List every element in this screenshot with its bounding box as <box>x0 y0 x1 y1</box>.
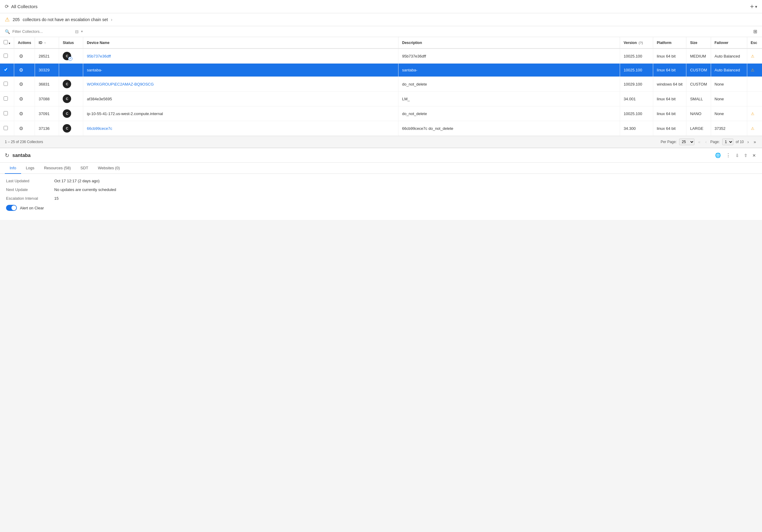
row-device-name[interactable]: WORKGROUP\EC2AMAZ-BQ9OSCG <box>83 77 399 92</box>
more-options-button[interactable]: ⋮ <box>724 151 732 159</box>
row-device-name: af384e3e5695 <box>83 92 399 106</box>
row-device-name: ip-10-55-41-172.us-west-2.compute.intern… <box>83 106 399 121</box>
row-gear-button[interactable]: ⚙ <box>18 81 25 88</box>
search-input[interactable] <box>12 29 73 34</box>
row-description: santaba- <box>398 64 620 77</box>
last-page-button[interactable]: » <box>752 139 757 145</box>
row-platform: linux 64 bit <box>653 64 686 77</box>
filter-bar: 🔍 ⊟ ▾ ⊞ <box>0 26 762 37</box>
first-page-button[interactable]: « <box>697 139 702 145</box>
row-size: LARGE <box>686 121 711 136</box>
grid-view-icon[interactable]: ⊞ <box>753 29 757 34</box>
row-device-name[interactable]: santaba- <box>83 64 399 77</box>
per-page-label: Per Page: <box>661 140 677 144</box>
esc-warning-icon: ⚠ <box>751 68 754 72</box>
tab-info[interactable]: Info <box>5 163 21 174</box>
row-gear-button[interactable]: ⚙ <box>18 53 25 60</box>
per-page-select[interactable]: 25 50 100 <box>679 139 695 145</box>
row-status <box>59 64 83 77</box>
back-button[interactable]: ↺ <box>5 152 9 159</box>
row-version: 34.001 <box>620 92 653 106</box>
row-platform: windows 64 bit <box>653 77 686 92</box>
table-header: ▾ Actions ID ↑ Status Device Name Descri… <box>0 37 762 48</box>
device-name-link[interactable]: santaba- <box>87 68 102 72</box>
row-checkbox[interactable] <box>4 97 8 100</box>
row-esc: ⚠ <box>747 121 762 136</box>
detail-tabs: InfoLogsResources (58)SDTWebsites (0) <box>0 163 762 174</box>
row-device-name[interactable]: 66cb99cece7c <box>83 121 399 136</box>
warning-arrow[interactable]: › <box>111 17 113 22</box>
select-all-checkbox[interactable] <box>4 40 8 44</box>
tab-sdt[interactable]: SDT <box>76 163 93 174</box>
row-size: NANO <box>686 106 711 121</box>
row-gear-button[interactable]: ⚙ <box>18 67 25 74</box>
row-gear-button[interactable]: ⚙ <box>18 96 25 102</box>
search-icon: 🔍 <box>5 29 10 34</box>
detail-actions: 🌐 ⋮ ⇩ ⇧ ✕ <box>714 151 757 159</box>
table-row[interactable]: ⚙36831CWORKGROUP\EC2AMAZ-BQ9OSCGdo_not_d… <box>0 77 762 92</box>
page-title: All Collectors <box>11 4 38 9</box>
page-label: Page: <box>710 140 720 144</box>
esc-warning-icon: ⚠ <box>751 126 754 131</box>
tab-logs[interactable]: Logs <box>21 163 39 174</box>
esc-header: Esc <box>747 37 762 48</box>
globe-button[interactable]: 🌐 <box>714 151 722 159</box>
row-version: 10025.100 <box>620 48 653 64</box>
top-bar: ⟳ All Collectors + ▾ <box>0 0 762 13</box>
version-help-icon[interactable]: (?) <box>639 41 643 44</box>
row-checkbox[interactable] <box>4 82 8 86</box>
row-gear-button[interactable]: ⚙ <box>18 125 25 132</box>
row-platform: linux 64 bit <box>653 121 686 136</box>
device-name-link[interactable]: 95b737e36dff <box>87 54 111 58</box>
add-button[interactable]: + <box>750 3 754 11</box>
id-header[interactable]: ID ↑ <box>35 37 59 48</box>
size-header: Size <box>686 37 711 48</box>
row-failover: None <box>711 77 747 92</box>
row-size: MEDIUM <box>686 48 711 64</box>
row-platform: linux 64 bit <box>653 106 686 121</box>
alert-on-clear-toggle[interactable] <box>6 205 17 211</box>
top-bar-actions: + ▾ <box>750 3 757 11</box>
table-row[interactable]: ⚙37136C66cb99cece7c66cb99cece7c do_not_d… <box>0 121 762 136</box>
table-row[interactable]: ⚙37088Caf384e3e5695LM_34.001linux 64 bit… <box>0 92 762 106</box>
row-gear-button[interactable]: ⚙ <box>18 110 25 117</box>
alert-on-clear-row: Alert on Clear <box>6 205 756 211</box>
row-failover: 37352 <box>711 121 747 136</box>
row-checkbox[interactable] <box>4 126 8 130</box>
row-esc <box>747 77 762 92</box>
next-update-row: Next Update No updates are currently sch… <box>6 187 756 192</box>
collectors-icon: ⟳ <box>5 4 9 9</box>
last-updated-label: Last Updated <box>6 179 54 183</box>
next-page-button[interactable]: › <box>746 139 750 145</box>
device-name-link[interactable]: WORKGROUP\EC2AMAZ-BQ9OSCG <box>87 82 154 87</box>
table-row[interactable]: ⚙37091Cip-10-55-41-172.us-west-2.compute… <box>0 106 762 121</box>
select-dropdown-icon[interactable]: ▾ <box>9 42 10 45</box>
row-description: 95b737e36dff <box>398 48 620 64</box>
expand-button[interactable]: ⇧ <box>743 152 749 159</box>
table-row[interactable]: ⚙30329santaba-santaba-10025.100linux 64 … <box>0 64 762 77</box>
page-select[interactable]: 1 <box>722 139 733 145</box>
collectors-table-wrapper: ▾ Actions ID ↑ Status Device Name Descri… <box>0 37 762 136</box>
esc-warning-icon: ⚠ <box>751 111 754 116</box>
tab-websites--0-[interactable]: Websites (0) <box>93 163 125 174</box>
row-checkbox[interactable] <box>4 111 8 115</box>
filter-dropdown-icon[interactable]: ▾ <box>81 30 83 33</box>
collapse-button[interactable]: ⇩ <box>734 152 740 159</box>
select-all-header: ▾ <box>0 37 14 48</box>
row-id: 37088 <box>35 92 59 106</box>
close-detail-button[interactable]: ✕ <box>751 152 757 159</box>
add-dropdown-button[interactable]: ▾ <box>755 4 757 9</box>
row-id: 37136 <box>35 121 59 136</box>
prev-page-button[interactable]: ‹ <box>704 139 708 145</box>
detail-header: ↺ santaba 🌐 ⋮ ⇩ ⇧ ✕ <box>0 148 762 163</box>
filter-icon[interactable]: ⊟ <box>75 29 79 34</box>
row-device-name[interactable]: 95b737e36dff <box>83 48 399 64</box>
device-name-link[interactable]: 66cb99cece7c <box>87 126 112 131</box>
row-id: 28521 <box>35 48 59 64</box>
row-checkbox[interactable] <box>4 54 8 58</box>
table-row[interactable]: ⚙28521C✓95b737e36dff95b737e36dff10025.10… <box>0 48 762 64</box>
row-esc: ⚠ <box>747 106 762 121</box>
row-checkbox[interactable] <box>4 67 8 72</box>
tab-resources--58-[interactable]: Resources (58) <box>39 163 76 174</box>
row-status: C <box>59 106 83 121</box>
